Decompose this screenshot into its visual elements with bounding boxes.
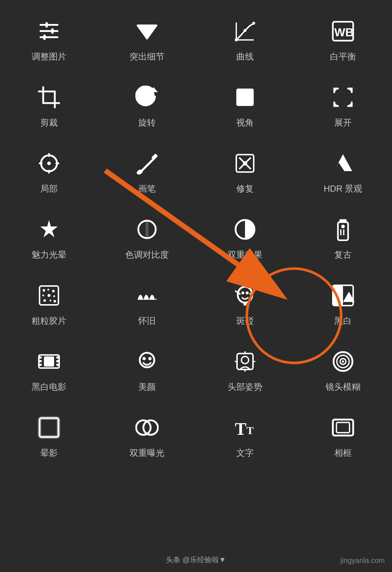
svg-rect-1 <box>40 30 58 32</box>
shadow-icon <box>36 414 62 441</box>
menu-item-rotate[interactable]: 旋转 <box>98 73 196 139</box>
local-icon <box>36 150 62 176</box>
text-icon: TT <box>232 414 258 441</box>
svg-rect-3 <box>45 22 48 28</box>
svg-rect-67 <box>333 285 343 306</box>
svg-line-31 <box>142 158 154 171</box>
watermark: 头条 @乐经验啦▼ <box>166 555 226 565</box>
svg-rect-99 <box>336 422 350 433</box>
svg-rect-73 <box>39 360 42 362</box>
watermark-text: 头条 @乐经验啦▼ <box>166 555 226 565</box>
menu-item-zebra[interactable]: 斑驳 <box>196 271 294 338</box>
menu-item-crop[interactable]: 剪裁 <box>0 73 98 139</box>
nostalgia-label: 怀旧 <box>138 315 156 327</box>
menu-item-detail[interactable]: 突出细节 <box>98 7 196 73</box>
svg-rect-20 <box>241 93 249 102</box>
svg-point-62 <box>246 291 249 294</box>
svg-rect-74 <box>39 364 42 366</box>
menu-item-lensblur[interactable]: 镜头模糊 <box>294 338 392 404</box>
lensblur-label: 镜头模糊 <box>326 381 360 393</box>
svg-point-91 <box>342 360 344 363</box>
menu-item-vintage[interactable]: 复古 <box>294 205 392 271</box>
svg-rect-76 <box>56 360 59 362</box>
svg-point-37 <box>243 161 247 166</box>
menu-item-expand[interactable]: 展开 <box>294 73 392 139</box>
svg-point-61 <box>241 291 244 294</box>
tonecurve-icon <box>134 216 160 242</box>
shadow-label: 晕影 <box>40 447 58 459</box>
menu-item-grain[interactable]: 粗粒胶片 <box>0 271 98 338</box>
svg-point-83 <box>241 356 249 364</box>
svg-point-11 <box>252 22 255 25</box>
menu-item-heal[interactable]: 修复 <box>196 139 294 205</box>
menu-item-adjust[interactable]: 调整图片 <box>0 7 98 73</box>
brush-icon <box>134 150 160 176</box>
crop-label: 剪裁 <box>40 117 58 128</box>
headpose-icon <box>232 348 258 375</box>
menu-item-perspective[interactable]: 视角 <box>196 73 294 139</box>
svg-point-26 <box>47 162 51 165</box>
svg-text:T: T <box>235 419 246 438</box>
dualexpose-label: 双重效果 <box>228 249 262 261</box>
menu-item-dualexpose[interactable]: 双重效果 <box>196 205 294 271</box>
vintage-label: 复古 <box>334 249 352 261</box>
menu-item-curve[interactable]: 曲线 <box>196 7 294 73</box>
glamour-icon <box>36 216 62 242</box>
whitebalance-icon: WB <box>330 18 356 44</box>
headpose-label: 头部姿势 <box>228 381 262 393</box>
menu-item-brush[interactable]: 画笔 <box>98 139 196 205</box>
hdr-icon <box>330 150 356 176</box>
menu-item-tonecurve[interactable]: 色调对比度 <box>98 205 196 271</box>
menu-item-glamour[interactable]: 魅力光晕 <box>0 205 98 271</box>
zebra-label: 斑驳 <box>236 315 254 327</box>
svg-point-9 <box>235 38 238 41</box>
beauty-label: 美颜 <box>138 381 156 393</box>
hdr-label: HDR 景观 <box>324 183 363 195</box>
expand-icon <box>330 84 356 110</box>
menu-item-doubleexp[interactable]: 双重曝光 <box>98 404 196 470</box>
curve-label: 曲线 <box>236 51 254 62</box>
heal-icon <box>232 150 258 176</box>
perspective-icon <box>232 84 258 110</box>
dualexpose-icon <box>232 216 258 242</box>
menu-item-shadow[interactable]: 晕影 <box>0 404 98 470</box>
tonecurve-label: 色调对比度 <box>125 249 169 261</box>
svg-point-53 <box>52 290 55 293</box>
svg-rect-78 <box>44 356 54 367</box>
detail-icon <box>134 18 160 44</box>
menu-item-blackwhite[interactable]: 黑白 <box>294 271 392 338</box>
svg-point-52 <box>48 289 49 291</box>
glamour-label: 魅力光晕 <box>32 249 66 261</box>
menu-item-nostalgia[interactable]: 怀旧 <box>98 271 196 338</box>
perspective-label: 视角 <box>236 117 254 128</box>
svg-rect-65 <box>244 302 246 306</box>
doubleexp-label: 双重曝光 <box>130 447 164 459</box>
svg-point-55 <box>48 294 50 297</box>
brush-label: 画笔 <box>138 183 156 195</box>
svg-point-81 <box>148 357 152 360</box>
menu-item-whitebalance[interactable]: WB白平衡 <box>294 7 392 73</box>
menu-item-local[interactable]: 局部 <box>0 139 98 205</box>
menu-item-headpose[interactable]: 头部姿势 <box>196 338 294 404</box>
frame-icon <box>330 414 356 441</box>
svg-point-57 <box>44 299 46 302</box>
menu-item-frame[interactable]: 相框 <box>294 404 392 470</box>
menu-item-beauty[interactable]: 美颜 <box>98 338 196 404</box>
adjust-icon <box>36 18 62 44</box>
expand-label: 展开 <box>334 117 352 128</box>
svg-rect-72 <box>39 356 42 359</box>
menu-item-text[interactable]: TT文字 <box>196 404 294 470</box>
svg-point-10 <box>244 29 246 32</box>
menu-item-bwfilm[interactable]: 黑白电影 <box>0 338 98 404</box>
svg-rect-43 <box>146 221 148 238</box>
svg-rect-93 <box>40 418 58 437</box>
zebra-icon <box>232 282 258 309</box>
svg-point-80 <box>143 357 146 360</box>
adjust-label: 调整图片 <box>32 51 66 62</box>
whitebalance-label: 白平衡 <box>330 51 356 62</box>
svg-rect-0 <box>40 24 58 26</box>
doubleexp-icon <box>134 414 160 441</box>
menu-item-hdr[interactable]: HDR 景观 <box>294 139 392 205</box>
bwfilm-icon <box>36 348 62 375</box>
svg-rect-2 <box>40 36 58 38</box>
